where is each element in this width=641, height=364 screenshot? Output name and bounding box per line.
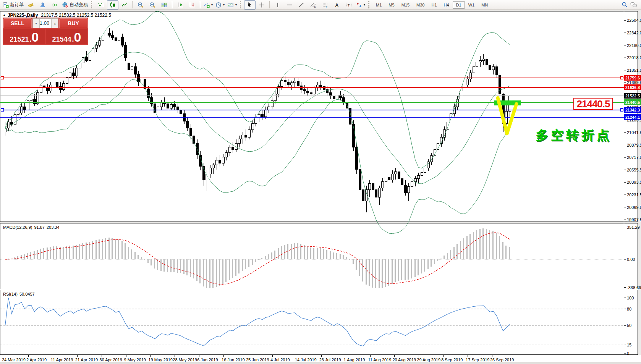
- ohlc-values: 21317.5 21532.5 21252.5 21522.5: [41, 13, 111, 18]
- buy-price-pip: 0: [74, 31, 81, 44]
- svg-text:20 Aug 2019: 20 Aug 2019: [392, 358, 416, 362]
- signals-button[interactable]: [49, 0, 60, 10]
- main-toolbar: 新订单 自动交易: [0, 0, 641, 10]
- community-button[interactable]: [37, 0, 49, 10]
- macd-value: 91.87: [34, 225, 45, 230]
- svg-text:20231.5: 20231.5: [627, 193, 641, 197]
- timeframe-button-M1[interactable]: M1: [372, 1, 385, 9]
- fibonacci-button[interactable]: F: [319, 0, 331, 10]
- vertical-line-button[interactable]: [272, 0, 283, 10]
- bar-chart-button[interactable]: [95, 0, 107, 10]
- toolbar-drag-handle[interactable]: [240, 1, 242, 8]
- buy-price[interactable]: 21544.0: [46, 29, 87, 44]
- search-icon[interactable]: [622, 2, 628, 8]
- signals-icon: [52, 2, 58, 8]
- toolbar-right-group: [622, 2, 639, 8]
- tile-windows-icon: [161, 2, 167, 8]
- timeframe-button-H4[interactable]: H4: [440, 1, 453, 9]
- timeframe-toolbar: M1M5M15M30H1H4D1W1MN: [372, 1, 491, 9]
- templates-button[interactable]: ▾: [226, 0, 238, 10]
- volume-increase-button[interactable]: ▲: [51, 19, 58, 28]
- eraser-button[interactable]: [25, 0, 37, 10]
- auto-trading-globe-icon: [62, 2, 68, 8]
- equidistant-channel-icon: E: [310, 2, 316, 8]
- chevron-down-icon: ▾: [235, 3, 237, 6]
- svg-text:E: E: [314, 5, 316, 8]
- timeframe-button-M30[interactable]: M30: [413, 1, 428, 9]
- toolbar-separator: [200, 1, 201, 8]
- timeframe-button-M15[interactable]: M15: [398, 1, 413, 9]
- svg-text:21 Apr 2019: 21 Apr 2019: [75, 358, 98, 362]
- rsi-value: 50.0457: [19, 292, 35, 296]
- toolbar-separator: [132, 1, 133, 8]
- text-label-button[interactable]: T: [343, 0, 354, 10]
- zoom-in-button[interactable]: [135, 0, 146, 10]
- periods-button[interactable]: ▾: [214, 0, 226, 10]
- sell-button[interactable]: SELL: [3, 18, 32, 28]
- zoom-out-button[interactable]: [147, 0, 158, 10]
- sell-price-main: 21521: [10, 33, 29, 46]
- svg-text:21041.5: 21041.5: [627, 130, 641, 135]
- volume-input[interactable]: 1.00: [40, 19, 51, 28]
- svg-text:25 Jun 2019: 25 Jun 2019: [246, 358, 269, 362]
- buy-button[interactable]: BUY: [59, 18, 87, 28]
- indicators-button[interactable]: ▾: [202, 0, 214, 10]
- svg-text:-338.69: -338.69: [627, 285, 641, 290]
- svg-text:9 May 2019: 9 May 2019: [124, 358, 146, 362]
- crosshair-button[interactable]: [256, 0, 267, 10]
- line-chart-icon: [121, 2, 128, 8]
- chart-canvas[interactable]: 22504.022342.022180.022018.021851.521689…: [0, 10, 641, 364]
- toolbar-drag-handle[interactable]: [91, 1, 93, 8]
- community-icon: [40, 2, 46, 8]
- toolbar-drag-handle[interactable]: [368, 1, 371, 8]
- text-button[interactable]: A: [331, 0, 343, 10]
- arrows-button[interactable]: ▾: [355, 0, 366, 10]
- equidistant-channel-button[interactable]: E: [308, 0, 319, 10]
- turning-point-note[interactable]: 多空转折点: [536, 127, 612, 144]
- chat-icon[interactable]: [630, 2, 637, 8]
- svg-text:21636.8: 21636.8: [625, 85, 640, 90]
- sell-price[interactable]: 21521.0: [3, 29, 45, 44]
- tile-windows-button[interactable]: [159, 0, 170, 10]
- macd-name: MACD(12,26,9): [3, 225, 32, 230]
- horizontal-line-button[interactable]: [284, 0, 295, 10]
- candlestick-chart-button[interactable]: [107, 0, 118, 10]
- svg-text:80: 80: [627, 307, 631, 311]
- svg-text:21440.5: 21440.5: [625, 100, 640, 105]
- svg-text:28 May 2019: 28 May 2019: [173, 358, 197, 362]
- volume-stepper: ▼ 1.00 ▲: [32, 18, 58, 28]
- chart-shift-button[interactable]: [186, 0, 198, 10]
- svg-text:6 Jun 2019: 6 Jun 2019: [197, 358, 218, 362]
- trading-platform-window: { "toolbar": { "new_order_label": "新订单",…: [0, 0, 641, 364]
- timeframe-button-W1[interactable]: W1: [465, 1, 478, 9]
- svg-text:22018.0: 22018.0: [627, 55, 641, 60]
- svg-text:F: F: [326, 5, 327, 8]
- cursor-button[interactable]: [244, 0, 256, 10]
- trendline-icon: [298, 2, 304, 8]
- timeframe-button-D1[interactable]: D1: [453, 1, 465, 9]
- chart-header: ▲JPN225-,Daily21317.5 21532.5 21252.5 21…: [3, 13, 111, 18]
- timeframe-button-MN[interactable]: MN: [478, 1, 491, 9]
- chevron-down-icon: ▾: [364, 3, 365, 6]
- svg-text:15: 15: [627, 343, 631, 347]
- svg-text:26 Sep 2019: 26 Sep 2019: [490, 358, 514, 362]
- new-order-label: 新订单: [10, 2, 24, 8]
- periods-clock-icon: [215, 2, 222, 8]
- trendline-button[interactable]: [296, 0, 307, 10]
- buy-price-main: 21544: [52, 33, 71, 46]
- auto-scroll-button[interactable]: [175, 0, 186, 10]
- volume-decrease-button[interactable]: ▼: [33, 19, 40, 28]
- auto-trading-button[interactable]: 自动交易: [61, 0, 89, 10]
- svg-text:21244.1: 21244.1: [625, 115, 640, 120]
- chevron-down-icon: ▾: [211, 3, 213, 6]
- new-order-button[interactable]: 新订单: [2, 0, 25, 10]
- collapse-icon[interactable]: ▲: [3, 13, 6, 17]
- toolbar-separator: [269, 1, 270, 8]
- timeframe-button-M5[interactable]: M5: [385, 1, 398, 9]
- svg-text:0: 0: [627, 351, 629, 356]
- svg-text:21851.5: 21851.5: [627, 68, 641, 73]
- line-chart-button[interactable]: [119, 0, 130, 10]
- timeframe-button-H1[interactable]: H1: [428, 1, 440, 9]
- svg-text:0.00: 0.00: [627, 257, 635, 262]
- price-callout-box[interactable]: 21440.5: [573, 98, 613, 110]
